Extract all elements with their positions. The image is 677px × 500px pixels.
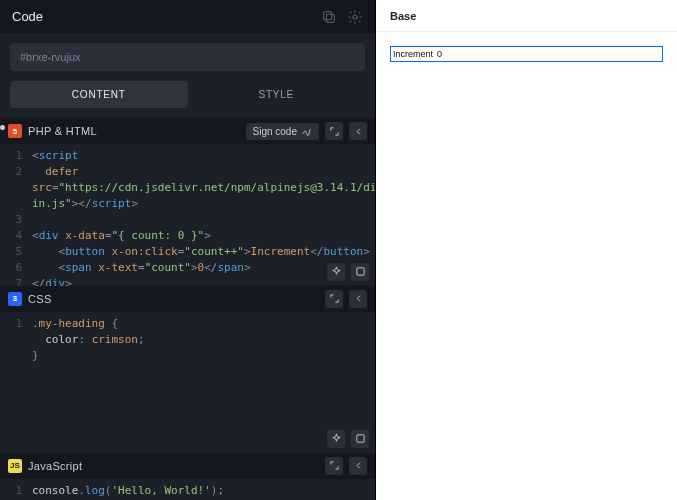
section-header-css: 3 CSS xyxy=(0,286,375,312)
svg-point-2 xyxy=(353,15,357,19)
modified-dot-icon xyxy=(0,125,5,130)
section-header-js: JS JavaScript xyxy=(0,453,375,479)
collapse-css-button[interactable] xyxy=(349,290,367,308)
format-icon-css[interactable] xyxy=(351,430,369,448)
code-panel: Code #brxe-rvujux CONTENT STYLE 5 PHP & … xyxy=(0,0,376,500)
css-badge-icon: 3 xyxy=(8,292,22,306)
collapse-html-button[interactable] xyxy=(349,122,367,140)
code-content-js: console.log('Hello, World!'); xyxy=(32,483,371,499)
svg-rect-0 xyxy=(326,14,334,22)
code-editor-html[interactable]: 1234567 <script defer src="https://cdn.j… xyxy=(0,144,375,285)
format-icon[interactable] xyxy=(351,263,369,281)
tabs: CONTENT STYLE xyxy=(10,81,365,108)
settings-icon[interactable] xyxy=(347,9,363,25)
clone-icon[interactable] xyxy=(321,9,337,25)
section-header-html: 5 PHP & HTML Sign code xyxy=(0,118,375,144)
panel-title: Code xyxy=(12,9,43,24)
tab-style[interactable]: STYLE xyxy=(188,81,366,108)
code-editor-js[interactable]: 1 console.log('Hello, World!'); xyxy=(0,479,375,500)
expand-html-button[interactable] xyxy=(325,122,343,140)
ai-icon-css[interactable] xyxy=(327,430,345,448)
ai-icon[interactable] xyxy=(327,263,345,281)
expand-js-button[interactable] xyxy=(325,457,343,475)
gutter-js: 1 xyxy=(0,483,28,499)
preview-body: Increment 0 xyxy=(376,32,677,76)
code-editor-css[interactable]: 1 .my-heading { color: crimson; } xyxy=(0,312,375,453)
preview-panel: Base Increment 0 xyxy=(376,0,677,500)
signature-icon xyxy=(301,126,312,137)
panel-header: Code xyxy=(0,0,375,33)
section-title-html: PHP & HTML xyxy=(28,125,97,137)
element-id-field[interactable]: #brxe-rvujux xyxy=(10,43,365,71)
sign-code-button[interactable]: Sign code xyxy=(246,123,319,140)
increment-label: Increment xyxy=(391,49,433,59)
js-badge-icon: JS xyxy=(8,459,22,473)
section-title-css: CSS xyxy=(28,293,52,305)
expand-css-button[interactable] xyxy=(325,290,343,308)
increment-button[interactable]: Increment 0 xyxy=(390,46,663,62)
svg-rect-4 xyxy=(356,435,363,442)
sign-code-label: Sign code xyxy=(253,126,297,137)
svg-rect-1 xyxy=(324,11,332,19)
section-title-js: JavaScript xyxy=(28,460,82,472)
increment-count: 0 xyxy=(437,49,442,59)
code-content-html: <script defer src="https://cdn.jsdelivr.… xyxy=(32,148,371,285)
gutter-html: 1234567 xyxy=(0,148,28,285)
code-content-css: .my-heading { color: crimson; } xyxy=(32,316,371,364)
svg-rect-3 xyxy=(356,268,363,275)
gutter-css: 1 xyxy=(0,316,28,380)
collapse-js-button[interactable] xyxy=(349,457,367,475)
header-actions xyxy=(321,9,363,25)
html-badge-icon: 5 xyxy=(8,124,22,138)
preview-heading: Base xyxy=(376,0,677,32)
tab-content[interactable]: CONTENT xyxy=(10,81,188,108)
